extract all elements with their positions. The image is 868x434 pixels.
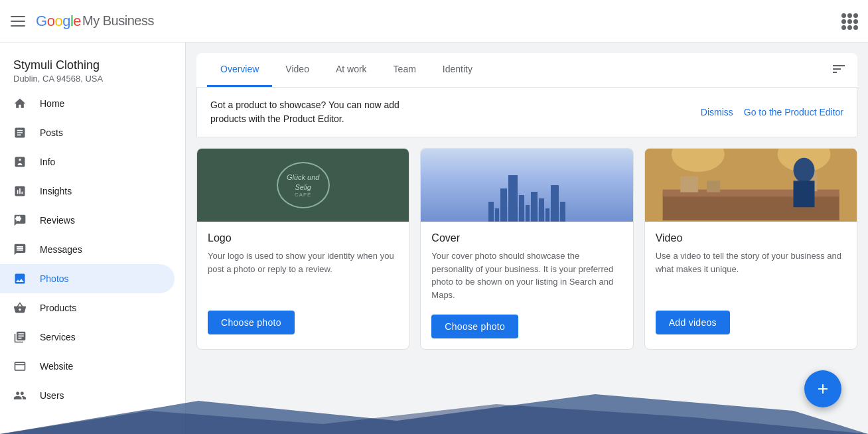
cover-card: Cover Your cover photo should showcase t…	[420, 148, 633, 350]
info-icon	[13, 155, 27, 169]
business-name: Stymuli Clothing	[13, 58, 172, 72]
content-area: Overview Video At work Team Identity Got…	[186, 42, 868, 434]
logo-card: Glück und Selig CAFÉ Logo Your logo is u…	[196, 148, 409, 350]
sidebar-item-info[interactable]: Info	[0, 147, 175, 177]
dismiss-button[interactable]: Dismiss	[701, 107, 733, 117]
posts-icon	[13, 126, 27, 139]
sidebar-item-services-label: Services	[40, 332, 76, 342]
sidebar-item-messages[interactable]: Messages	[0, 235, 175, 264]
svg-rect-7	[680, 177, 698, 192]
sidebar-item-photos-label: Photos	[40, 273, 69, 284]
video-card: Video Use a video to tell the story of y…	[644, 148, 857, 350]
product-editor-banner: Got a product to showcase? You can now a…	[196, 88, 857, 137]
tab-overview[interactable]: Overview	[207, 53, 272, 87]
app-title: My Business	[82, 13, 154, 29]
logo-card-desc: Your logo is used to show your identity …	[208, 250, 398, 297]
video-card-body: Video Use a video to tell the story of y…	[645, 222, 857, 345]
sidebar-item-home[interactable]: Home	[0, 89, 175, 118]
cover-card-body: Cover Your cover photo should showcase t…	[421, 222, 632, 349]
reviews-icon	[13, 214, 27, 227]
cover-card-title: Cover	[431, 232, 622, 244]
filter-icon[interactable]	[831, 61, 847, 80]
sidebar-item-website[interactable]: Website	[0, 352, 175, 381]
sidebar-item-photos[interactable]: Photos	[0, 264, 175, 293]
sidebar-item-posts[interactable]: Posts	[0, 118, 175, 147]
sidebar: Stymuli Clothing Dublin, CA 94568, USA H…	[0, 42, 186, 434]
video-card-desc: Use a video to tell the story of your bu…	[656, 250, 846, 297]
svg-rect-11	[793, 181, 814, 207]
sidebar-item-info-label: Info	[40, 157, 55, 167]
sidebar-item-services[interactable]: Services	[0, 323, 175, 352]
home-icon	[13, 97, 27, 110]
main-layout: Stymuli Clothing Dublin, CA 94568, USA H…	[0, 42, 868, 434]
sidebar-item-home-label: Home	[40, 98, 64, 109]
sidebar-item-messages-label: Messages	[40, 244, 82, 255]
sidebar-item-posts-label: Posts	[40, 127, 63, 138]
products-icon	[13, 301, 27, 315]
cover-card-image	[421, 149, 632, 222]
sidebar-item-products[interactable]: Products	[0, 293, 175, 323]
tab-video[interactable]: Video	[272, 53, 323, 87]
sidebar-item-insights-label: Insights	[40, 186, 72, 196]
video-card-image	[645, 149, 857, 222]
sidebar-item-products-label: Products	[40, 303, 76, 313]
services-icon	[13, 330, 27, 344]
logo-card-body: Logo Your logo is used to show your iden…	[197, 222, 409, 345]
logo-choose-photo-button[interactable]: Choose photo	[208, 311, 295, 334]
google-logo: Google My Business	[36, 13, 154, 30]
cover-card-desc: Your cover photo should showcase the per…	[431, 250, 622, 301]
tab-identity[interactable]: Identity	[429, 53, 486, 87]
insights-icon	[13, 184, 27, 198]
tab-atwork[interactable]: At work	[323, 53, 380, 87]
logo-card-image: Glück und Selig CAFÉ	[197, 149, 409, 222]
topbar: Google My Business	[0, 0, 868, 42]
tab-team[interactable]: Team	[380, 53, 429, 87]
website-icon	[13, 360, 27, 373]
logo-card-title: Logo	[208, 232, 398, 244]
sidebar-item-insights[interactable]: Insights	[0, 177, 175, 206]
product-editor-link[interactable]: Go to the Product Editor	[744, 107, 843, 117]
add-videos-button[interactable]: Add videos	[656, 311, 730, 334]
svg-rect-8	[707, 181, 720, 192]
video-card-title: Video	[656, 232, 846, 244]
hamburger-menu-icon[interactable]	[11, 16, 25, 27]
tabs-container: Overview Video At work Team Identity	[196, 53, 857, 88]
sidebar-item-reviews-label: Reviews	[40, 215, 75, 226]
photos-icon	[13, 272, 27, 285]
cards-container: Glück und Selig CAFÉ Logo Your logo is u…	[196, 148, 857, 350]
svg-point-10	[793, 158, 814, 182]
messages-icon	[13, 243, 27, 256]
banner-actions: Dismiss Go to the Product Editor	[701, 107, 843, 117]
sidebar-item-website-label: Website	[40, 361, 73, 372]
apps-icon[interactable]	[841, 13, 857, 29]
add-fab-button[interactable]	[804, 370, 841, 407]
business-info: Stymuli Clothing Dublin, CA 94568, USA	[0, 48, 185, 89]
sidebar-item-reviews[interactable]: Reviews	[0, 206, 175, 235]
business-address: Dublin, CA 94568, USA	[13, 74, 172, 84]
banner-text: Got a product to showcase? You can now a…	[210, 98, 399, 126]
cover-choose-photo-button[interactable]: Choose photo	[431, 315, 518, 338]
